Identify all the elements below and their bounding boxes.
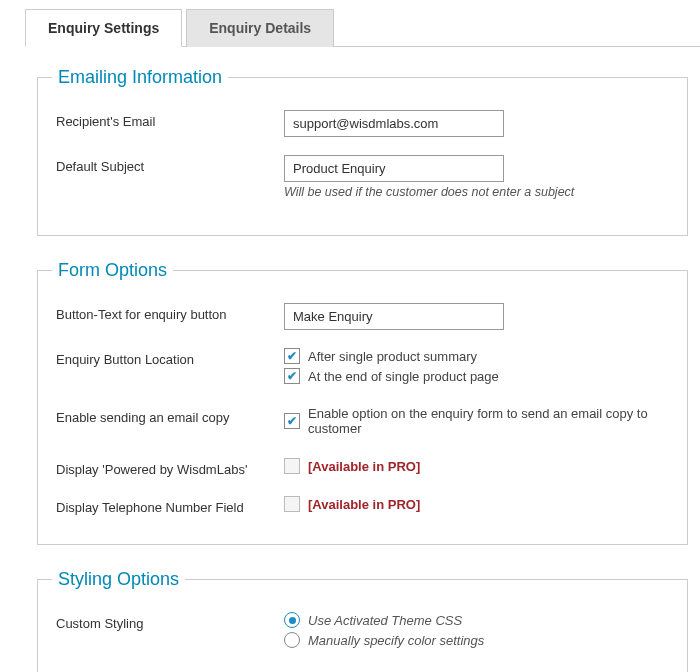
button-text-label: Button-Text for enquiry button (56, 303, 284, 322)
styling-radio-theme-css[interactable] (284, 612, 300, 628)
settings-panel: Emailing Information Recipient's Email D… (25, 67, 700, 672)
telephone-pro-badge: [Available in PRO] (308, 497, 420, 512)
telephone-checkbox[interactable] (284, 496, 300, 512)
email-copy-label: Enable sending an email copy (56, 406, 284, 425)
default-subject-hint: Will be used if the customer does not en… (284, 185, 669, 199)
recipient-email-label: Recipient's Email (56, 110, 284, 129)
powered-pro-badge: [Available in PRO] (308, 459, 420, 474)
emailing-fieldset: Emailing Information Recipient's Email D… (37, 67, 688, 236)
default-subject-input[interactable] (284, 155, 504, 182)
tab-enquiry-settings[interactable]: Enquiry Settings (25, 9, 182, 47)
telephone-field-label: Display Telephone Number Field (56, 496, 284, 515)
styling-radio-manual[interactable] (284, 632, 300, 648)
location-opt1-text: After single product summary (308, 349, 477, 364)
styling-opt2-text: Manually specify color settings (308, 633, 484, 648)
powered-by-label: Display 'Powered by WisdmLabs' (56, 458, 284, 477)
email-copy-desc: Enable option on the enquiry form to sen… (308, 406, 669, 436)
styling-options-legend: Styling Options (52, 569, 185, 590)
powered-by-checkbox[interactable] (284, 458, 300, 474)
form-options-legend: Form Options (52, 260, 173, 281)
button-location-label: Enquiry Button Location (56, 348, 284, 367)
emailing-legend: Emailing Information (52, 67, 228, 88)
location-opt2-text: At the end of single product page (308, 369, 499, 384)
button-text-input[interactable] (284, 303, 504, 330)
styling-opt1-text: Use Activated Theme CSS (308, 613, 462, 628)
custom-styling-label: Custom Styling (56, 612, 284, 631)
recipient-email-input[interactable] (284, 110, 504, 137)
location-checkbox-after-summary[interactable] (284, 348, 300, 364)
styling-options-fieldset: Styling Options Custom Styling Use Activ… (37, 569, 688, 672)
tab-enquiry-details[interactable]: Enquiry Details (186, 9, 334, 47)
form-options-fieldset: Form Options Button-Text for enquiry but… (37, 260, 688, 545)
location-checkbox-end-page[interactable] (284, 368, 300, 384)
email-copy-checkbox[interactable] (284, 413, 300, 429)
settings-tabs: Enquiry Settings Enquiry Details (25, 8, 700, 47)
default-subject-label: Default Subject (56, 155, 284, 174)
